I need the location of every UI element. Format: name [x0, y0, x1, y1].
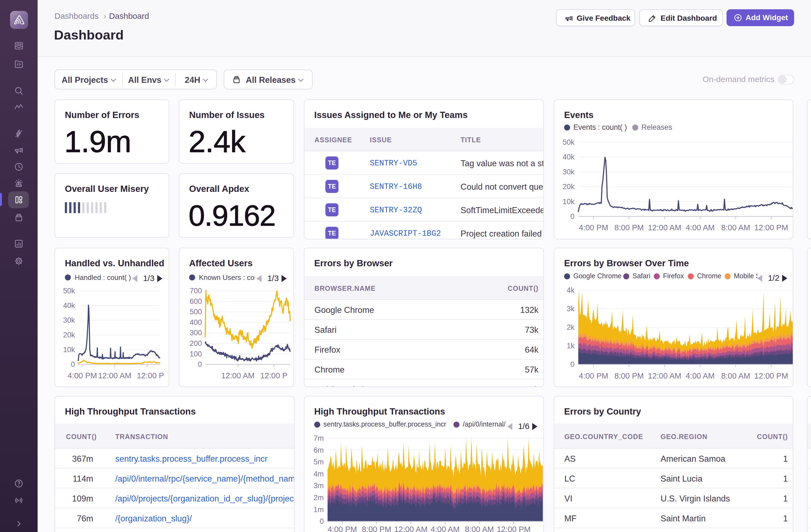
- svg-text:40k: 40k: [563, 153, 575, 161]
- svg-text:50k: 50k: [63, 287, 75, 295]
- svg-text:100: 100: [190, 350, 202, 358]
- svg-text:8:00 AM: 8:00 AM: [721, 223, 750, 232]
- svg-text:12:00 AM: 12:00 AM: [648, 223, 682, 232]
- svg-text:20k: 20k: [563, 183, 575, 191]
- svg-text:8:00 PM: 8:00 PM: [614, 223, 644, 232]
- svg-text:40k: 40k: [63, 301, 75, 309]
- svg-text:12:00 AM: 12:00 AM: [98, 371, 132, 380]
- svg-text:8:00 PM: 8:00 PM: [362, 525, 391, 532]
- svg-text:4:00 PM: 4:00 PM: [579, 371, 608, 380]
- svg-text:1k: 1k: [567, 342, 575, 350]
- svg-text:4:00 PM: 4:00 PM: [327, 525, 357, 532]
- svg-text:3k: 3k: [567, 305, 575, 313]
- svg-text:12:00 AM: 12:00 AM: [221, 371, 255, 380]
- svg-text:2m: 2m: [313, 493, 324, 502]
- svg-text:4:00 PM: 4:00 PM: [67, 371, 97, 380]
- svg-text:5m: 5m: [313, 458, 324, 466]
- svg-text:4:00 AM: 4:00 AM: [686, 223, 715, 232]
- svg-text:400: 400: [190, 318, 202, 326]
- svg-text:4:00 AM: 4:00 AM: [686, 371, 715, 380]
- svg-text:50k: 50k: [563, 138, 575, 146]
- svg-text:8:00 PM: 8:00 PM: [614, 371, 644, 380]
- svg-text:0: 0: [570, 360, 575, 368]
- svg-text:200: 200: [190, 339, 202, 348]
- svg-text:700: 700: [190, 287, 202, 295]
- svg-text:4:00 AM: 4:00 AM: [431, 525, 459, 532]
- svg-text:8:00 AM: 8:00 AM: [465, 525, 494, 532]
- svg-text:0: 0: [570, 212, 575, 221]
- svg-text:12:00 P: 12:00 P: [260, 371, 288, 380]
- svg-text:12:00 AM: 12:00 AM: [648, 371, 682, 380]
- svg-text:30k: 30k: [63, 316, 75, 324]
- svg-text:10k: 10k: [563, 198, 575, 206]
- svg-text:12:00 PM: 12:00 PM: [754, 371, 788, 380]
- svg-text:12:00 P: 12:00 P: [137, 371, 164, 380]
- svg-text:4:00 PM: 4:00 PM: [579, 223, 608, 232]
- svg-text:500: 500: [190, 308, 202, 316]
- svg-text:4k: 4k: [567, 286, 575, 294]
- svg-text:10k: 10k: [63, 346, 75, 354]
- svg-text:12:00 PM: 12:00 PM: [754, 223, 788, 232]
- svg-text:8:00 AM: 8:00 AM: [721, 371, 750, 380]
- svg-text:0: 0: [320, 517, 324, 526]
- svg-text:4m: 4m: [313, 470, 324, 478]
- svg-text:600: 600: [190, 297, 202, 305]
- svg-text:7m: 7m: [313, 434, 324, 442]
- svg-text:0: 0: [71, 360, 75, 368]
- svg-text:1m: 1m: [313, 505, 324, 514]
- svg-text:0: 0: [198, 360, 202, 368]
- svg-text:30k: 30k: [563, 168, 575, 176]
- svg-text:12:00 AM: 12:00 AM: [394, 525, 428, 532]
- svg-text:20k: 20k: [63, 331, 75, 339]
- svg-text:6m: 6m: [313, 446, 324, 454]
- svg-text:2k: 2k: [567, 323, 575, 331]
- svg-text:12:00 PM: 12:00 PM: [497, 525, 531, 532]
- svg-text:3m: 3m: [313, 482, 324, 490]
- svg-text:300: 300: [190, 329, 202, 337]
